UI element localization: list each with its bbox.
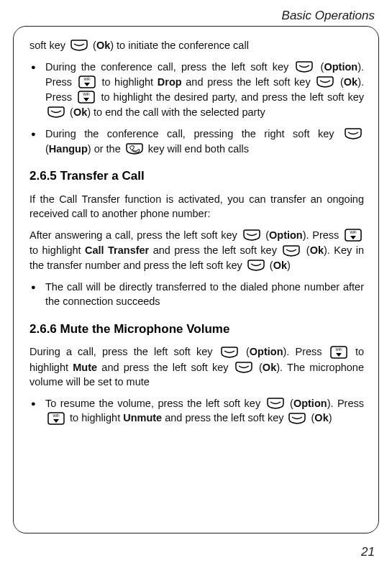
bc2-b: Hangup: [49, 143, 88, 155]
svg-text:WiFi: WiFi: [83, 78, 90, 81]
p266-a: During a call, press the left soft key: [29, 346, 219, 357]
b266-a: To resume the volume, press the left sof…: [45, 398, 265, 409]
bc1-a: During the conference call, press the le…: [45, 61, 293, 73]
intro-paragraph: soft key (Ok) to initiate the conference…: [29, 38, 364, 52]
softkey-icon: [295, 60, 314, 73]
p266-steps: During a call, press the left soft key (…: [29, 344, 364, 389]
section-266-heading: 2.6.6 Mute the Microphone Volume: [29, 321, 364, 338]
p265b-f: and press the left soft key: [149, 244, 281, 256]
softkey-icon: [266, 397, 285, 410]
bc1-j: Ok: [73, 106, 87, 118]
svg-text:WiFi: WiFi: [335, 348, 342, 352]
bc2-d: key will end both calls: [148, 143, 249, 155]
svg-marker-5: [83, 98, 89, 101]
nav-key-icon: WiFi: [77, 90, 96, 104]
p265b-i: Ok: [273, 260, 287, 271]
b266-h: ): [329, 412, 332, 423]
p265b-d: to highlight: [29, 244, 85, 256]
bc1-g: Ok: [344, 76, 357, 88]
b266-d: to highlight: [70, 412, 123, 423]
softkey-icon: [70, 39, 88, 52]
svg-marker-11: [336, 353, 342, 357]
b266-f: and press the left soft key: [162, 412, 286, 423]
softkey-icon: [47, 106, 65, 119]
bc2-c: ) or the: [88, 143, 124, 155]
softkey-icon: [220, 346, 239, 359]
bc1-e: Drop: [158, 76, 182, 88]
nav-key-icon: WiFi: [329, 345, 348, 359]
b266-b: Option: [293, 398, 327, 409]
page-number: 21: [361, 545, 375, 559]
p266-g: Ok: [263, 362, 276, 373]
p266-e: Mute: [73, 362, 97, 373]
bc1-f: and press the left soft key: [182, 76, 315, 88]
svg-text:WiFi: WiFi: [83, 93, 90, 96]
intro-ok-label: Ok: [96, 40, 110, 51]
p266-b: Option: [250, 346, 283, 357]
p265b-e: Call Transfer: [85, 244, 149, 256]
softkey-icon: [242, 229, 261, 242]
bc2-a: During the conference call, pressing the…: [45, 128, 342, 139]
bc1-k: ) to end the call with the selected part…: [87, 106, 265, 118]
p265b-b: Option: [269, 229, 303, 241]
intro-text-post: ) to initiate the conference call: [110, 40, 249, 51]
bullet-conf-1: During the conference call, press the le…: [29, 60, 364, 119]
b266-c: ). Press: [327, 398, 364, 409]
bc1-i: to highlight the desired party, and pres…: [101, 91, 364, 103]
bc1-d: to highlight: [101, 76, 157, 88]
bullet-265: The call will be directly transferred to…: [29, 280, 364, 309]
nav-key-icon: WiFi: [344, 228, 363, 242]
section-265-heading: 2.6.5 Transfer a Call: [29, 168, 364, 185]
svg-marker-2: [84, 83, 90, 86]
softkey-icon: [344, 127, 363, 140]
softkey-icon: [282, 244, 301, 257]
softkey-icon: [288, 412, 306, 425]
svg-marker-8: [350, 236, 356, 239]
bc1-b: Option: [324, 61, 357, 73]
page-header: Basic Operations: [13, 9, 379, 26]
bullet-conf-2: During the conference call, pressing the…: [29, 127, 364, 156]
intro-text-pre: soft key: [29, 40, 68, 51]
p265-intro: If the Call Transfer function is activat…: [29, 192, 364, 221]
p265b-g: Ok: [310, 244, 324, 256]
svg-text:WiFi: WiFi: [350, 231, 357, 234]
p265b-j: ): [287, 260, 291, 271]
svg-marker-14: [53, 419, 59, 423]
softkey-icon: [234, 361, 253, 374]
softkey-icon: [316, 75, 334, 88]
nav-key-icon: WiFi: [47, 411, 65, 426]
end-key-icon: [125, 142, 144, 155]
p266-c: ). Press: [283, 346, 328, 357]
p265-steps: After answering a call, press the left s…: [29, 228, 364, 272]
b266-g: Ok: [314, 412, 328, 423]
b266-e: Unmute: [123, 412, 162, 423]
p265b-c: ). Press: [303, 229, 342, 241]
svg-text:WiFi: WiFi: [53, 414, 60, 418]
p265b-a: After answering a call, press the left s…: [29, 229, 241, 241]
p266-f: and press the left soft key: [97, 362, 233, 373]
nav-key-icon: WiFi: [78, 75, 96, 89]
softkey-icon: [247, 259, 265, 272]
content-frame: soft key (Ok) to initiate the conference…: [13, 26, 379, 533]
bullet-266: To resume the volume, press the left sof…: [29, 396, 364, 426]
